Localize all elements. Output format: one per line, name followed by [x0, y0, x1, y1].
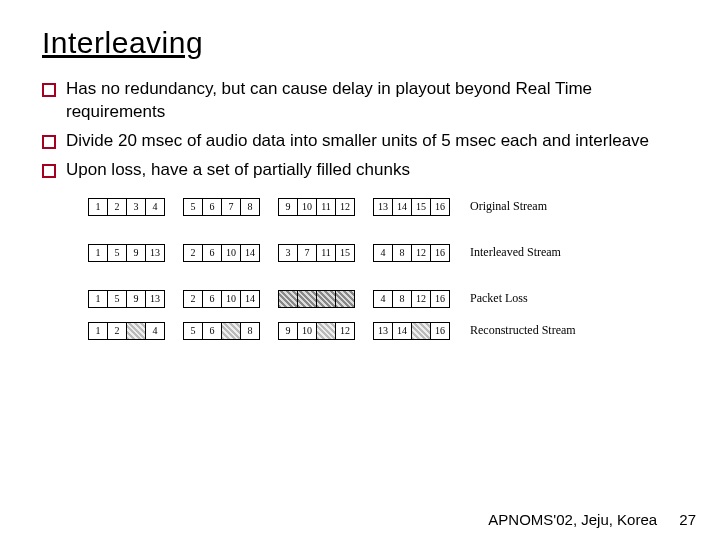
stream-cell: 10 [297, 322, 317, 340]
stream-cell: 8 [240, 322, 260, 340]
stream-cell: 13 [373, 322, 393, 340]
cell-group: 5678 [183, 198, 260, 216]
stream-cell: 14 [392, 198, 412, 216]
slide-footer: APNOMS'02, Jeju, Korea 27 [488, 511, 696, 528]
stream-cell: 7 [221, 198, 241, 216]
row-label: Packet Loss [470, 291, 528, 306]
stream-cell: 10 [297, 198, 317, 216]
row-label: Original Stream [470, 199, 547, 214]
stream-cell: 12 [411, 290, 431, 308]
stream-cell: 9 [278, 198, 298, 216]
cell-group: 13141516 [373, 198, 450, 216]
bullet-text: Has no redundancy, but can cause delay i… [66, 78, 678, 124]
stream-cell: 16 [430, 244, 450, 262]
diagram-row: 15913261014371115481216Interleaved Strea… [88, 244, 648, 262]
stream-cell [221, 322, 241, 340]
stream-cell: 13 [145, 244, 165, 262]
bullet-mark-icon [42, 83, 56, 97]
stream-cell: 1 [88, 198, 108, 216]
stream-cell: 4 [373, 244, 393, 262]
stream-cell: 9 [126, 244, 146, 262]
stream-cell: 11 [316, 198, 336, 216]
stream-cell: 2 [183, 244, 203, 262]
stream-cell: 14 [240, 244, 260, 262]
stream-cell [126, 322, 146, 340]
stream-cell [316, 322, 336, 340]
stream-cell: 13 [373, 198, 393, 216]
stream-cell: 15 [411, 198, 431, 216]
stream-cell: 5 [107, 244, 127, 262]
stream-cell: 16 [430, 198, 450, 216]
stream-cell: 14 [240, 290, 260, 308]
row-groups: 15913261014371115481216 [88, 244, 450, 262]
page-number: 27 [679, 511, 696, 528]
stream-cell: 10 [221, 290, 241, 308]
stream-cell: 12 [335, 322, 355, 340]
stream-cell: 8 [392, 244, 412, 262]
stream-cell: 13 [145, 290, 165, 308]
stream-cell: 6 [202, 198, 222, 216]
cell-group: 261014 [183, 244, 260, 262]
bullet-text: Divide 20 msec of audio data into smalle… [66, 130, 678, 153]
cell-group: 371115 [278, 290, 355, 308]
stream-cell: 3 [126, 198, 146, 216]
diagram-row: 12456891012131416Reconstructed Stream [88, 322, 648, 340]
stream-cell: 7 [297, 290, 317, 308]
footer-venue: APNOMS'02, Jeju, Korea [488, 511, 657, 528]
cell-group: 15913 [88, 244, 165, 262]
cell-group: 1234 [88, 198, 165, 216]
cell-group: 124 [88, 322, 165, 340]
stream-cell: 1 [88, 322, 108, 340]
cell-group: 568 [183, 322, 260, 340]
bullet-item: Upon loss, have a set of partially fille… [42, 159, 678, 182]
cell-group: 481216 [373, 244, 450, 262]
row-label: Interleaved Stream [470, 245, 561, 260]
stream-cell: 3 [278, 244, 298, 262]
stream-cell: 7 [297, 244, 317, 262]
cell-group: 91012 [278, 322, 355, 340]
row-groups: 12345678910111213141516 [88, 198, 450, 216]
stream-cell: 1 [88, 244, 108, 262]
stream-cell: 4 [145, 322, 165, 340]
cell-group: 371115 [278, 244, 355, 262]
stream-cell: 14 [392, 322, 412, 340]
stream-cell: 4 [373, 290, 393, 308]
cell-group: 131416 [373, 322, 450, 340]
cell-group: 481216 [373, 290, 450, 308]
stream-cell: 5 [183, 322, 203, 340]
stream-cell: 11 [316, 290, 336, 308]
bullet-item: Has no redundancy, but can cause delay i… [42, 78, 678, 124]
bullet-list: Has no redundancy, but can cause delay i… [42, 78, 678, 182]
stream-cell: 10 [221, 244, 241, 262]
stream-cell [411, 322, 431, 340]
stream-cell: 2 [107, 322, 127, 340]
interleaving-diagram: 12345678910111213141516Original Stream15… [88, 198, 648, 340]
stream-cell: 1 [88, 290, 108, 308]
cell-group: 261014 [183, 290, 260, 308]
stream-cell: 11 [316, 244, 336, 262]
stream-cell: 16 [430, 290, 450, 308]
stream-cell: 12 [411, 244, 431, 262]
stream-cell: 6 [202, 244, 222, 262]
bullet-text: Upon loss, have a set of partially fille… [66, 159, 678, 182]
stream-cell: 9 [126, 290, 146, 308]
stream-cell: 2 [107, 198, 127, 216]
stream-cell: 3 [278, 290, 298, 308]
stream-cell: 16 [430, 322, 450, 340]
diagram-row: 15913261014371115481216Packet Loss [88, 290, 648, 308]
stream-cell: 6 [202, 290, 222, 308]
stream-cell: 9 [278, 322, 298, 340]
bullet-item: Divide 20 msec of audio data into smalle… [42, 130, 678, 153]
slide-title: Interleaving [42, 26, 678, 60]
stream-cell: 8 [392, 290, 412, 308]
stream-cell: 5 [107, 290, 127, 308]
stream-cell: 12 [335, 198, 355, 216]
row-label: Reconstructed Stream [470, 323, 576, 338]
cell-group: 15913 [88, 290, 165, 308]
row-groups: 12456891012131416 [88, 322, 450, 340]
bullet-mark-icon [42, 135, 56, 149]
diagram-row: 12345678910111213141516Original Stream [88, 198, 648, 216]
stream-cell: 2 [183, 290, 203, 308]
stream-cell: 15 [335, 244, 355, 262]
row-groups: 15913261014371115481216 [88, 290, 450, 308]
